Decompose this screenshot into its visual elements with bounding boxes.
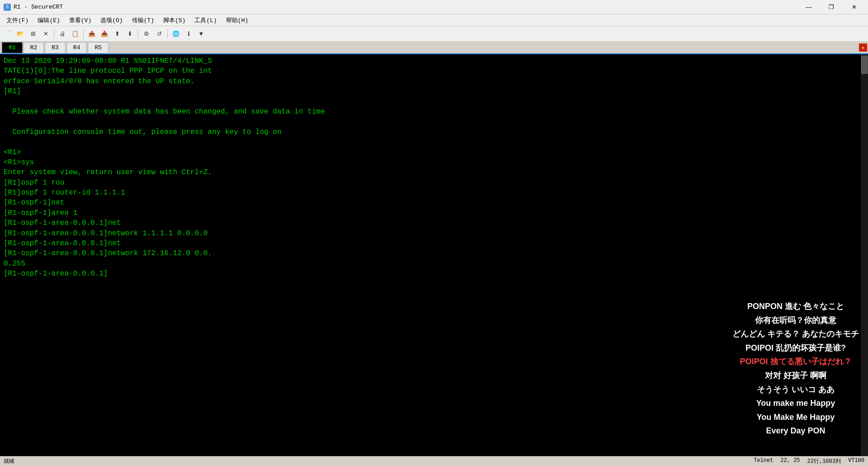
menu-file[interactable]: 文件(F) <box>2 15 33 25</box>
terminal-line: [R1-ospf-1]net <box>4 198 864 208</box>
close-button[interactable]: ✕ <box>844 0 864 14</box>
statusbar-right: Telnet 22, 25 22行,1083列 VT100 <box>754 457 864 465</box>
terminal-line: <R1> <box>4 147 864 157</box>
tab-r4[interactable]: R4 <box>66 42 87 53</box>
terminal-line: [R1-ospf-1-area-0.0.0.1]net <box>4 218 864 228</box>
tb-download[interactable]: ⬇ <box>124 28 136 40</box>
tab-r3[interactable]: R3 <box>45 42 66 53</box>
terminal-line: [R1-ospf-1-area-0.0.0.1]network 172.16.1… <box>4 248 864 258</box>
window-title: R1 - SecureCRT <box>14 4 63 10</box>
terminal-line: Configuration console time out, please p… <box>4 127 864 137</box>
titlebar: S R1 - SecureCRT — ❐ ✕ <box>0 0 868 14</box>
menubar: 文件(F) 编辑(E) 查看(V) 选项(O) 传输(T) 脚本(S) 工具(L… <box>0 14 868 26</box>
terminal[interactable]: Dec 13 2020 19:29:09-08:00 R1 %%01IFNET/… <box>0 54 868 456</box>
tb-info[interactable]: ℹ <box>183 28 194 40</box>
minimize-button[interactable]: — <box>798 0 819 14</box>
terminal-line: erface Serial4/0/0 has entered the UP st… <box>4 76 864 86</box>
terminal-line: Please check whether system data has bee… <box>4 107 864 117</box>
tb-sep-1 <box>54 29 54 38</box>
tab-r1[interactable]: R1 <box>2 42 23 53</box>
tabbar: R1 R2 R3 R4 R5 ✕ <box>0 42 868 54</box>
terminal-line: Dec 13 2020 19:29:09-08:00 R1 %%01IFNET/… <box>4 56 864 66</box>
menu-help[interactable]: 帮助(H) <box>222 15 253 25</box>
tab-r5[interactable]: R5 <box>88 42 108 53</box>
terminal-line: 0.255 <box>4 259 864 269</box>
terminal-line: [R1] <box>4 86 864 96</box>
menu-options[interactable]: 选项(O) <box>96 15 127 25</box>
main-area: Dec 13 2020 19:29:09-08:00 R1 %%01IFNET/… <box>0 54 868 456</box>
tb-arrow-down[interactable]: ▼ <box>195 28 207 40</box>
tb-sep-4 <box>167 29 168 38</box>
terminal-line <box>4 97 864 107</box>
menu-edit[interactable]: 编辑(E) <box>33 15 64 25</box>
menu-script[interactable]: 脚本(S) <box>159 15 190 25</box>
tb-new[interactable]: 📄 <box>2 28 14 40</box>
terminal-line: Enter system view, return user view with… <box>4 167 864 177</box>
tb-sep-2 <box>83 29 84 38</box>
tb-clone[interactable]: ⊞ <box>27 28 39 40</box>
terminal-line: [R1]ospf 1 rou <box>4 178 864 188</box>
tb-recv[interactable]: 📥 <box>99 28 110 40</box>
maximize-button[interactable]: ❐ <box>821 0 842 14</box>
terminal-line: [R1-ospf-1]area 1 <box>4 208 864 218</box>
tb-print[interactable]: 🖨 <box>57 28 68 40</box>
tb-send[interactable]: 📤 <box>86 28 98 40</box>
status-vt: VT100 <box>848 457 864 465</box>
scrollbar-thumb[interactable] <box>861 56 868 74</box>
tab-r2[interactable]: R2 <box>24 42 44 53</box>
tb-refresh[interactable]: ↺ <box>153 28 165 40</box>
terminal-line <box>4 137 864 147</box>
terminal-line: <R1>sys <box>4 157 864 167</box>
terminal-line: TATE(1)[0]:The line protocol PPP IPCP on… <box>4 66 864 76</box>
app-icon: S <box>4 4 11 11</box>
tb-open[interactable]: 📂 <box>14 28 26 40</box>
terminal-line: [R1-ospf-1-area-0.0.0.1]network 1.1.1.1 … <box>4 228 864 238</box>
terminal-line: [R1-ospf-1-area-0.0.0.1] <box>4 269 864 279</box>
menu-view[interactable]: 查看(V) <box>65 15 96 25</box>
titlebar-controls: — ❐ ✕ <box>798 0 864 14</box>
terminal-line: [R1-ospf-1-area-0.0.0.1]net <box>4 238 864 248</box>
scrollbar[interactable] <box>861 54 868 456</box>
titlebar-left: S R1 - SecureCRT <box>4 4 63 11</box>
terminal-line: [R1]ospf 1 router-id 1.1.1.1 <box>4 188 864 198</box>
tab-close-button[interactable]: ✕ <box>859 43 867 52</box>
menu-transfer[interactable]: 传输(T) <box>127 15 159 25</box>
status-info: 22行,1083列 <box>807 457 841 465</box>
menu-tools[interactable]: 工具(L) <box>190 15 221 25</box>
toolbar: 📄 📂 ⊞ ✕ 🖨 📋 📤 📥 ⬆ ⬇ ⚙ ↺ 🌐 ℹ ▼ <box>0 26 868 42</box>
tb-settings[interactable]: ⚙ <box>141 28 152 40</box>
tb-copy[interactable]: 📋 <box>69 28 81 40</box>
status-position: 22, 25 <box>780 457 800 465</box>
tb-upload[interactable]: ⬆ <box>111 28 123 40</box>
statusbar: 就绪 Telnet 22, 25 22行,1083列 VT100 <box>0 456 868 466</box>
tb-globe[interactable]: 🌐 <box>170 28 182 40</box>
tb-sep-3 <box>138 29 138 38</box>
status-telnet: Telnet <box>754 457 773 465</box>
terminal-line <box>4 117 864 127</box>
status-ready: 就绪 <box>4 457 14 465</box>
tb-close[interactable]: ✕ <box>40 28 52 40</box>
